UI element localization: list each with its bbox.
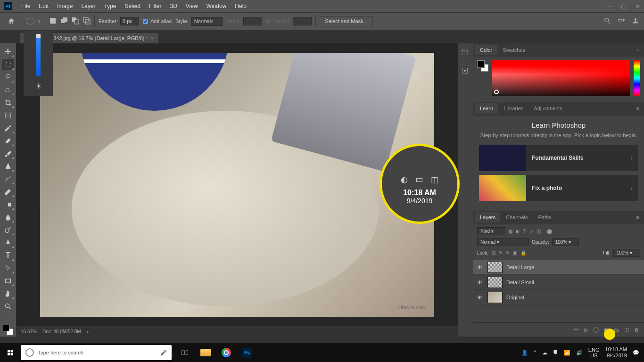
properties-panel-icon[interactable] bbox=[461, 67, 471, 76]
style-select[interactable]: Normal ▾ bbox=[191, 17, 223, 26]
lock-artboard-icon[interactable]: ▣ bbox=[513, 250, 517, 255]
blend-mode-select[interactable]: Normal ▾ bbox=[477, 238, 529, 246]
workspace-icon[interactable]: ▭▾ bbox=[618, 17, 625, 25]
taskbar-search[interactable]: Type here to search 🎤 bbox=[21, 345, 172, 360]
tab-adjustments[interactable]: Adjustments bbox=[529, 103, 567, 114]
opacity-input[interactable]: 100% ▾ bbox=[552, 238, 579, 246]
color-field[interactable] bbox=[492, 60, 630, 96]
menu-filter[interactable]: Filter bbox=[145, 3, 166, 9]
selection-add-icon[interactable] bbox=[60, 17, 68, 25]
layer-mask-icon[interactable]: ◯ bbox=[593, 327, 599, 333]
wifi-icon[interactable]: 📶 bbox=[564, 350, 570, 356]
defender-icon[interactable]: ⛊ bbox=[553, 350, 558, 355]
lock-position-icon[interactable]: ✥ bbox=[506, 250, 510, 255]
maximize-icon[interactable]: ▢ bbox=[621, 3, 627, 10]
zoom-level[interactable]: 16.67% bbox=[21, 329, 37, 334]
lock-all-icon[interactable]: 🔒 bbox=[520, 250, 526, 255]
minimize-icon[interactable]: — bbox=[606, 3, 612, 10]
hand-tool[interactable] bbox=[2, 288, 14, 299]
quick-select-tool[interactable] bbox=[2, 84, 14, 96]
selection-subtract-icon[interactable] bbox=[72, 17, 79, 25]
file-explorer-icon[interactable] bbox=[195, 343, 216, 362]
lasso-tool[interactable] bbox=[2, 72, 14, 83]
marquee-tool[interactable] bbox=[2, 59, 14, 70]
document-canvas[interactable]: Lifewire.com bbox=[40, 53, 434, 317]
tab-libraries[interactable]: Libraries bbox=[499, 103, 528, 114]
tab-color[interactable]: Color bbox=[475, 45, 497, 55]
layer-style-icon[interactable]: fx bbox=[584, 327, 588, 333]
layer-thumbnail[interactable] bbox=[487, 277, 503, 288]
clone-stamp-tool[interactable] bbox=[2, 161, 14, 172]
antialias-checkbox[interactable] bbox=[143, 19, 148, 24]
hue-slider[interactable] bbox=[634, 60, 640, 96]
tool-preset-icon[interactable] bbox=[26, 18, 34, 25]
filter-type-icon[interactable]: T bbox=[523, 229, 526, 234]
taskbar-clock[interactable]: 10:18 AM9/4/2019 bbox=[605, 346, 627, 359]
foreground-background-colors[interactable] bbox=[3, 325, 13, 335]
notifications-icon[interactable]: 💬 bbox=[633, 350, 639, 356]
filter-pixel-icon[interactable]: ▦ bbox=[508, 229, 512, 234]
layer-filter-select[interactable]: Kind ▾ bbox=[477, 227, 505, 235]
layers-panel-menu-icon[interactable]: ≡ bbox=[634, 214, 642, 220]
onedrive-icon[interactable]: ☁ bbox=[542, 350, 547, 356]
menu-select[interactable]: Select bbox=[120, 3, 144, 9]
healing-tool[interactable] bbox=[2, 135, 14, 147]
select-and-mask-button[interactable]: Select and Mask... bbox=[320, 16, 373, 26]
photoshop-taskbar-icon[interactable]: Ps bbox=[237, 343, 257, 362]
selection-new-icon[interactable] bbox=[49, 17, 57, 25]
people-icon[interactable]: 👤 bbox=[521, 350, 528, 356]
menu-3d[interactable]: 3D bbox=[165, 3, 181, 9]
blur-tool[interactable] bbox=[2, 212, 14, 223]
frame-tool[interactable] bbox=[2, 110, 14, 121]
eyedropper-tool[interactable] bbox=[2, 123, 14, 134]
selection-intersect-icon[interactable] bbox=[83, 17, 91, 25]
tab-channels[interactable]: Channels bbox=[501, 212, 532, 222]
type-tool[interactable]: T bbox=[2, 250, 14, 261]
tray-chevron-icon[interactable]: ˄ bbox=[534, 350, 537, 356]
task-view-icon[interactable] bbox=[174, 343, 195, 362]
menu-edit[interactable]: Edit bbox=[34, 3, 53, 9]
color-swatch[interactable] bbox=[477, 60, 488, 72]
layer-item[interactable]: 👁Original bbox=[473, 290, 644, 305]
search-icon[interactable] bbox=[603, 17, 611, 25]
language-indicator[interactable]: ENGUS bbox=[588, 347, 600, 358]
menu-layer[interactable]: Layer bbox=[77, 3, 99, 9]
visibility-icon[interactable]: 👁 bbox=[477, 264, 484, 270]
close-tab-icon[interactable]: × bbox=[151, 35, 154, 41]
filter-toggle-icon[interactable]: ⬤ bbox=[547, 229, 552, 234]
lock-transparent-icon[interactable]: ▨ bbox=[491, 250, 495, 255]
menu-help[interactable]: Help bbox=[231, 3, 251, 9]
filter-adjust-icon[interactable]: ◐ bbox=[516, 229, 520, 234]
menu-image[interactable]: Image bbox=[53, 3, 77, 9]
learn-panel-menu-icon[interactable]: ≡ bbox=[634, 106, 642, 111]
move-tool[interactable] bbox=[2, 46, 14, 58]
layer-thumbnail[interactable] bbox=[487, 292, 503, 303]
history-panel-icon[interactable] bbox=[461, 49, 471, 58]
color-panel-menu-icon[interactable]: ≡ bbox=[634, 47, 642, 53]
tab-swatches[interactable]: Swatches bbox=[498, 45, 530, 55]
start-button[interactable] bbox=[0, 349, 21, 356]
filter-shape-icon[interactable]: ▱ bbox=[529, 229, 533, 234]
delete-layer-icon[interactable]: 🗑 bbox=[634, 327, 639, 333]
home-button[interactable] bbox=[5, 15, 18, 28]
learn-card-fixphoto[interactable]: Fix a photo › bbox=[479, 175, 638, 201]
link-layers-icon[interactable]: ⚯ bbox=[574, 327, 578, 333]
dodge-tool[interactable] bbox=[2, 224, 14, 236]
feather-input[interactable] bbox=[120, 17, 139, 25]
layer-item[interactable]: 👁Detail Large bbox=[473, 260, 644, 275]
menu-type[interactable]: Type bbox=[99, 3, 120, 9]
path-select-tool[interactable] bbox=[2, 263, 14, 274]
pen-tool[interactable] bbox=[2, 237, 14, 248]
chrome-icon[interactable] bbox=[216, 343, 237, 362]
tab-paths[interactable]: Paths bbox=[534, 212, 556, 222]
menu-window[interactable]: Window bbox=[202, 3, 231, 9]
menu-file[interactable]: File bbox=[17, 3, 34, 9]
learn-card-fundamental[interactable]: Fundamental Skills › bbox=[479, 145, 638, 171]
history-brush-tool[interactable] bbox=[2, 173, 14, 185]
zoom-tool[interactable] bbox=[2, 301, 14, 312]
visibility-icon[interactable]: 👁 bbox=[477, 295, 484, 300]
tab-learn[interactable]: Learn bbox=[475, 103, 498, 114]
layer-thumbnail[interactable] bbox=[487, 262, 503, 273]
new-layer-icon[interactable]: ◫ bbox=[624, 327, 629, 333]
gradient-tool[interactable] bbox=[2, 199, 14, 210]
